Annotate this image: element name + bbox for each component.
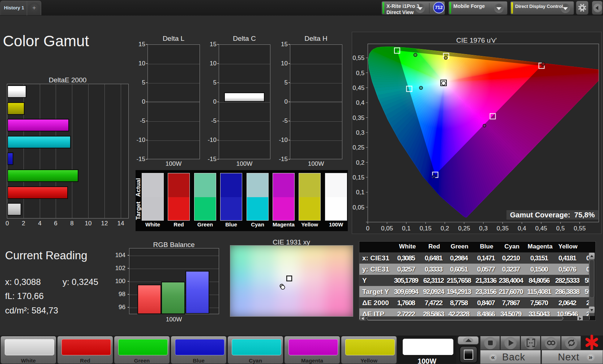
svg-text:0,5: 0,5 [556,225,565,232]
svg-text:0,05: 0,05 [352,204,364,211]
svg-text:0,2: 0,2 [441,225,449,232]
svg-text:0,45: 0,45 [352,84,364,91]
svg-text:0,3: 0,3 [479,225,488,232]
svg-text:0,1: 0,1 [356,189,365,196]
svg-text:0,25: 0,25 [352,144,364,151]
svg-text:0,3: 0,3 [356,129,365,136]
svg-text:0,55: 0,55 [352,55,364,61]
svg-text:0,2: 0,2 [356,159,365,166]
svg-text:0,45: 0,45 [535,225,547,232]
svg-text:0,35: 0,35 [497,225,509,232]
svg-text:0,4: 0,4 [356,99,365,106]
svg-text:0,4: 0,4 [518,225,526,232]
svg-text:0,1: 0,1 [402,225,411,232]
svg-text:0,5: 0,5 [356,70,365,77]
svg-text:0,15: 0,15 [352,174,364,181]
svg-text:0,05: 0,05 [381,225,393,232]
svg-text:0: 0 [366,225,369,232]
svg-text:0,35: 0,35 [352,114,364,121]
svg-text:0,55: 0,55 [574,225,586,232]
svg-text:0,15: 0,15 [420,225,432,232]
svg-text:0,25: 0,25 [458,225,470,232]
